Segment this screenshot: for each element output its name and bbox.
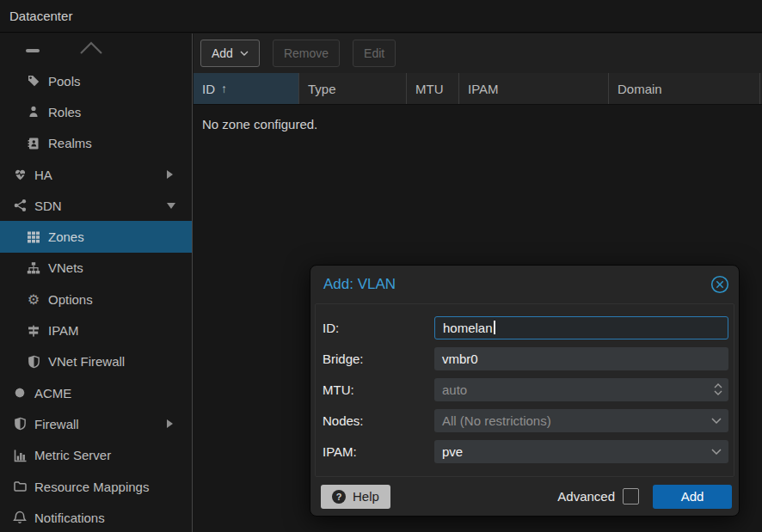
network-nodes-icon (12, 198, 28, 213)
column-header-domain[interactable]: Domain (609, 73, 760, 104)
remove-button[interactable]: Remove (273, 40, 340, 67)
advanced-label: Advanced (557, 489, 615, 504)
ipam-field-label: IPAM: (323, 444, 434, 459)
address-book-icon (26, 136, 41, 151)
chevron-up-icon (79, 40, 103, 55)
sidebar-item-ha[interactable]: HA (0, 159, 192, 190)
dialog-title: Add: VLAN (323, 276, 396, 293)
help-button[interactable]: ? Help (321, 485, 390, 509)
nodes-field-label: Nodes: (323, 413, 434, 428)
sidebar-item-vnets[interactable]: VNets (0, 253, 192, 284)
expand-down-icon (167, 203, 175, 209)
sidebar-item-sdn[interactable]: SDN (0, 190, 192, 221)
sidebar-item-label: IPAM (48, 323, 79, 338)
column-header-type[interactable]: Type (299, 73, 407, 104)
field-row-nodes: Nodes: All (No restrictions) (323, 405, 728, 436)
top-bar: Datacenter (0, 0, 762, 33)
column-label: MTU (415, 82, 444, 96)
mtu-placeholder: auto (442, 382, 467, 397)
advanced-toggle: Advanced (557, 488, 653, 504)
sidebar-item-acme[interactable]: ACME (0, 377, 192, 408)
submit-add-label: Add (681, 489, 704, 504)
user-icon (26, 104, 41, 119)
column-header-id[interactable]: ID ↑ (194, 73, 299, 104)
advanced-checkbox[interactable] (623, 488, 639, 504)
page-title: Datacenter (9, 9, 72, 23)
dialog-form: ID: homelan Bridge: vmbr0 MTU: auto (315, 303, 734, 477)
help-button-label: Help (353, 489, 379, 504)
chevron-down-icon (240, 51, 249, 56)
expand-right-icon (167, 419, 173, 428)
field-row-bridge: Bridge: vmbr0 (323, 343, 728, 374)
map-signs-icon (26, 323, 41, 339)
column-header-ipam[interactable]: IPAM (459, 73, 609, 104)
close-icon[interactable] (710, 275, 729, 294)
ipam-dropdown[interactable]: pve (434, 440, 728, 463)
sidebar-item-label: Notifications (34, 511, 105, 525)
sidebar-item-firewall[interactable]: Firewall (0, 408, 192, 439)
add-menu-button[interactable]: Add (200, 40, 260, 67)
sidebar-item-notifications[interactable]: Notifications (0, 502, 192, 532)
nodes-dropdown[interactable]: All (No restrictions) (434, 409, 728, 432)
sidebar-item-label: VNets (48, 260, 83, 275)
heartbeat-icon (12, 167, 28, 182)
sidebar-item-options[interactable]: ⚙ Options (0, 284, 192, 315)
shield-icon (26, 354, 41, 370)
sidebar-item-partial-scrolled[interactable] (0, 34, 192, 65)
id-input-value: homelan (443, 321, 493, 335)
add-button-label: Add (212, 46, 233, 60)
bridge-input[interactable]: vmbr0 (434, 347, 728, 370)
toolbar: Add Remove Edit (194, 34, 762, 73)
column-label: Domain (618, 82, 662, 96)
gear-icon: ⚙ (26, 291, 41, 307)
sidebar-item-resource-mappings[interactable]: Resource Mappings (0, 471, 192, 502)
field-row-mtu: MTU: auto (323, 374, 728, 405)
sidebar-item-label: Zones (48, 229, 84, 244)
text-cursor (494, 321, 495, 334)
bar-chart-icon (12, 448, 28, 463)
id-input[interactable]: homelan (434, 316, 728, 339)
sidebar-item-ipam[interactable]: IPAM (0, 315, 192, 345)
sidebar-item-label: Realms (48, 136, 92, 150)
sidebar-item-roles[interactable]: Roles (0, 96, 192, 127)
sidebar-item-realms[interactable]: Realms (0, 128, 192, 159)
nodes-placeholder: All (No restrictions) (442, 413, 551, 428)
grid-icon (26, 229, 41, 245)
spinner-up-down-icon[interactable] (714, 383, 722, 395)
chevron-down-icon (711, 418, 722, 424)
sitemap-icon (26, 260, 41, 276)
field-row-ipam: IPAM: pve (323, 436, 728, 467)
sidebar-item-label: VNet Firewall (48, 354, 125, 369)
sidebar-item-label: ACME (34, 386, 71, 401)
sidebar-item-label: Metric Server (34, 448, 111, 462)
sidebar-item-zones[interactable]: Zones (0, 221, 192, 252)
expand-right-icon (167, 170, 173, 179)
sidebar-item-label: Roles (48, 105, 81, 119)
column-header-mtu[interactable]: MTU (407, 73, 459, 104)
column-label: IPAM (468, 82, 499, 96)
shield-icon (12, 416, 28, 431)
submit-add-button[interactable]: Add (653, 485, 732, 509)
sidebar-item-label: HA (34, 168, 52, 182)
sidebar: Pools Roles Realms HA SDN Zones (0, 34, 193, 532)
sidebar-item-label: Options (48, 292, 93, 307)
bridge-field-label: Bridge: (323, 352, 434, 366)
table-header: ID ↑ Type MTU IPAM Domain (194, 73, 762, 105)
sort-ascending-icon: ↑ (221, 82, 227, 95)
partial-icon-fragment (26, 49, 40, 52)
folder-icon (12, 479, 28, 494)
sidebar-item-vnet-firewall[interactable]: VNet Firewall (0, 346, 192, 377)
field-row-id: ID: homelan (323, 312, 728, 343)
dialog-header[interactable]: Add: VLAN (310, 266, 739, 303)
tag-icon (26, 73, 41, 89)
certificate-icon (12, 385, 28, 401)
ipam-value: pve (442, 444, 463, 459)
edit-button[interactable]: Edit (353, 40, 396, 67)
sidebar-item-metric-server[interactable]: Metric Server (0, 440, 192, 471)
sidebar-item-label: SDN (34, 199, 62, 213)
sidebar-item-pools[interactable]: Pools (0, 65, 192, 96)
mtu-spinner-input[interactable]: auto (434, 378, 728, 401)
column-label: Type (308, 82, 336, 96)
bridge-input-value: vmbr0 (442, 352, 478, 366)
column-label: ID (202, 82, 215, 96)
